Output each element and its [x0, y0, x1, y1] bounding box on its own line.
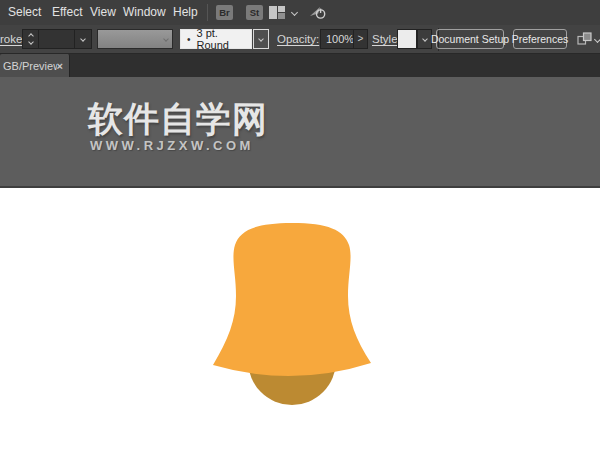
chevron-down-icon	[258, 36, 264, 42]
menu-view[interactable]: View	[90, 0, 116, 25]
stroke-weight-stepper[interactable]	[23, 30, 39, 48]
opacity-expand-button[interactable]: >	[353, 29, 368, 49]
stroke-weight-dropdown[interactable]	[74, 30, 91, 48]
bell-body-shape[interactable]	[213, 223, 371, 376]
illustrator-window: Select Effect View Window Help Br St rok…	[0, 0, 600, 456]
graphic-styles-panel-icon[interactable]: St	[246, 5, 263, 20]
close-icon[interactable]: ×	[57, 60, 63, 72]
chevron-down-icon[interactable]	[291, 9, 298, 16]
stroke-weight-field[interactable]	[39, 30, 74, 48]
chevron-down-icon	[80, 36, 86, 42]
width-profile-dropdown[interactable]	[97, 29, 173, 49]
menu-bar: Select Effect View Window Help Br St	[0, 0, 600, 25]
menu-select[interactable]: Select	[8, 0, 41, 25]
divider	[207, 4, 208, 21]
document-tab[interactable]: GB/Preview) ×	[0, 54, 70, 77]
brush-preview-dot-icon: •	[187, 34, 191, 45]
preferences-button[interactable]: Preferences	[513, 29, 567, 49]
menu-window[interactable]: Window	[123, 0, 166, 25]
workspace-switcher-icon[interactable]	[269, 6, 285, 19]
document-tab-title: GB/Preview)	[3, 60, 57, 72]
tab-strip: GB/Preview) ×	[0, 54, 600, 77]
artboard[interactable]	[0, 188, 600, 456]
step-down-icon[interactable]	[28, 39, 34, 45]
arrange-icon[interactable]	[577, 32, 593, 50]
opacity-field[interactable]: 100%	[320, 29, 354, 49]
brush-definition-dropdown[interactable]: • 3 pt. Round	[180, 29, 252, 49]
brush-definition-caret[interactable]	[253, 29, 269, 49]
watermark-url: WWW.RJZXW.COM	[90, 139, 254, 152]
menu-effect[interactable]: Effect	[52, 0, 82, 25]
brushes-panel-icon[interactable]: Br	[216, 5, 233, 20]
brush-definition-value: 3 pt. Round	[197, 27, 251, 51]
style-dropdown-caret[interactable]	[417, 29, 432, 49]
style-swatch[interactable]	[397, 29, 417, 49]
stroke-weight-combo[interactable]	[22, 29, 92, 49]
pasteboard[interactable]: 软件自学网 WWW.RJZXW.COM	[0, 77, 600, 188]
control-bar: roke: • 3 pt. Round Opacity: 100% > Styl…	[0, 25, 600, 54]
document-setup-button[interactable]: Document Setup	[436, 29, 504, 49]
chevron-down-icon	[422, 36, 428, 42]
chevron-down-icon[interactable]	[594, 36, 600, 43]
opacity-label[interactable]: Opacity:	[277, 25, 319, 53]
bell-artwork	[0, 188, 600, 456]
touch-workspace-icon[interactable]	[309, 5, 327, 24]
chevron-down-icon	[163, 36, 169, 42]
menu-help[interactable]: Help	[173, 0, 198, 25]
watermark-title: 软件自学网	[88, 101, 268, 136]
